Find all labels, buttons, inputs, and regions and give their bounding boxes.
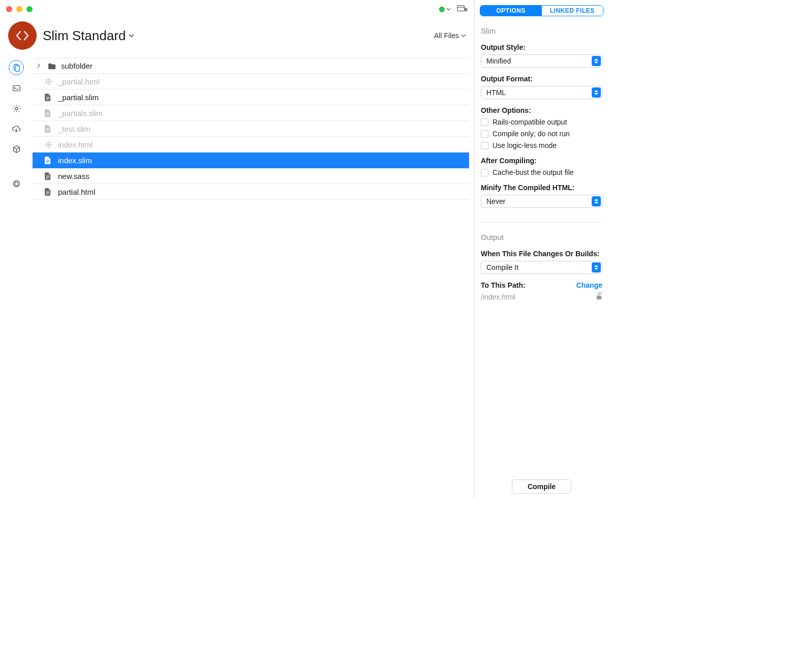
file-row[interactable]: new.sass [33, 168, 469, 184]
chevron-down-icon [129, 34, 134, 38]
select-arrows-icon [592, 262, 601, 273]
minify-value: Never [486, 197, 505, 205]
output-format-select[interactable]: HTML [481, 86, 602, 99]
cache-bust-label: Cache-bust the output file [492, 168, 574, 176]
file-row[interactable]: partial.html [33, 184, 469, 200]
svg-rect-22 [46, 115, 49, 115]
file-row[interactable]: _partials.slim [33, 105, 469, 121]
svg-rect-40 [46, 194, 49, 194]
file-name: index.slim [58, 156, 92, 165]
when-changes-select[interactable]: Compile It [481, 261, 602, 274]
svg-rect-5 [15, 66, 19, 71]
output-path-value: /index.html [481, 293, 515, 301]
unlock-icon[interactable] [596, 292, 602, 301]
target-icon [45, 141, 53, 148]
svg-rect-0 [457, 5, 465, 11]
svg-rect-24 [46, 129, 50, 130]
svg-rect-17 [46, 97, 50, 97]
svg-rect-6 [13, 85, 20, 90]
rails-compatible-checkbox[interactable] [481, 118, 488, 126]
output-section-title: Output [481, 233, 602, 241]
svg-rect-23 [46, 128, 50, 129]
file-row[interactable]: index.html [33, 137, 469, 153]
svg-rect-39 [46, 192, 50, 193]
output-style-label: Output Style: [481, 43, 602, 51]
cache-bust-checkbox[interactable] [481, 169, 488, 176]
file-filter-dropdown[interactable]: All Files [434, 32, 466, 40]
file-row-folder[interactable]: subfolder [33, 58, 469, 74]
target-icon [45, 78, 53, 85]
file-icon [45, 94, 53, 101]
rail-refresh-button[interactable] [9, 176, 24, 191]
file-icon [45, 188, 53, 196]
when-changes-value: Compile It [486, 263, 518, 271]
chevron-down-icon [461, 34, 466, 37]
file-name: new.sass [58, 172, 90, 180]
minify-label: Minify The Compiled HTML: [481, 184, 602, 192]
rail-cloud-button[interactable] [9, 121, 24, 136]
rail-settings-button[interactable] [9, 101, 24, 116]
svg-rect-19 [46, 99, 49, 100]
folder-icon [48, 63, 56, 70]
after-compiling-label: After Compiling: [481, 157, 602, 165]
minimize-window-button[interactable] [16, 6, 22, 12]
disclosure-triangle-icon[interactable] [37, 63, 43, 69]
file-name: _partial.slim [58, 93, 99, 102]
file-name: _test.slim [58, 125, 90, 133]
titlebar [0, 0, 474, 18]
logicless-checkbox[interactable] [481, 142, 488, 149]
file-row[interactable]: _partial.slim [33, 89, 469, 105]
svg-point-12 [48, 81, 49, 82]
svg-rect-36 [46, 176, 50, 177]
compile-button[interactable]: Compile [512, 479, 571, 494]
svg-rect-37 [46, 178, 49, 178]
svg-rect-21 [46, 113, 50, 114]
file-row[interactable]: _partial.html [33, 74, 469, 89]
svg-point-3 [466, 9, 467, 10]
svg-rect-18 [46, 98, 50, 98]
other-options-label: Other Options: [481, 106, 602, 114]
rail-files-button[interactable] [9, 60, 24, 75]
svg-rect-20 [46, 112, 50, 113]
svg-rect-33 [46, 161, 50, 161]
close-window-button[interactable] [6, 6, 12, 12]
file-icon [45, 172, 53, 180]
svg-point-27 [48, 144, 49, 145]
compile-only-checkbox[interactable] [481, 130, 488, 138]
preview-eye-icon[interactable] [457, 5, 468, 14]
output-style-select[interactable]: Minified [481, 54, 602, 68]
output-format-label: Output Format: [481, 75, 602, 83]
file-list: subfolder _partial.html _partial.slim [33, 56, 474, 499]
change-path-link[interactable]: Change [576, 281, 602, 289]
minify-select[interactable]: Never [481, 195, 602, 208]
output-style-value: Minified [486, 57, 511, 65]
svg-rect-35 [46, 175, 50, 176]
svg-point-10 [13, 180, 19, 187]
tab-linked-files[interactable]: LINKED FILES [542, 6, 603, 16]
logicless-label: Use logic-less mode [492, 141, 557, 149]
zoom-window-button[interactable] [26, 6, 33, 12]
language-section-title: Slim [481, 26, 602, 35]
select-arrows-icon [592, 56, 601, 66]
select-arrows-icon [592, 87, 601, 98]
rail-package-button[interactable] [9, 141, 24, 157]
file-icon [45, 109, 53, 117]
file-name: _partial.html [58, 77, 100, 86]
compile-only-label: Compile only; do not run [492, 130, 570, 138]
divider [481, 222, 602, 223]
file-name: partial.html [58, 188, 95, 196]
file-name: index.html [58, 140, 93, 149]
status-dot-icon [439, 7, 445, 12]
file-icon [45, 125, 53, 133]
select-arrows-icon [592, 196, 601, 206]
tab-options[interactable]: OPTIONS [480, 6, 542, 16]
file-row-selected[interactable]: index.slim [33, 153, 469, 168]
to-path-label: To This Path: [481, 281, 526, 289]
rail-terminal-button[interactable] [9, 80, 24, 96]
svg-rect-32 [46, 160, 50, 160]
project-name-dropdown[interactable]: Slim Standard [43, 28, 134, 44]
chevron-down-icon [446, 8, 451, 11]
file-row[interactable]: _test.slim [33, 121, 469, 137]
server-status[interactable] [439, 7, 451, 12]
file-filter-label: All Files [434, 32, 459, 40]
